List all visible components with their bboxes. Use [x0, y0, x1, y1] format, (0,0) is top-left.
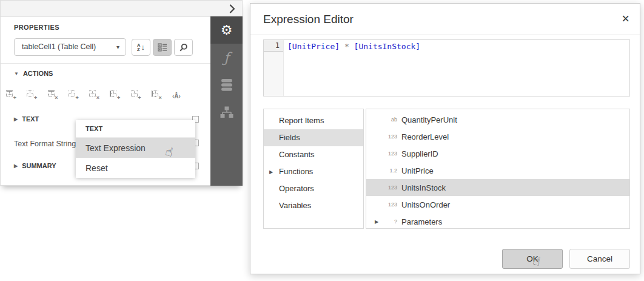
caret-right-icon: ▶	[14, 163, 18, 169]
sort-properties-button[interactable]: A Z ↓	[132, 39, 150, 56]
properties-title: PROPERTIES	[14, 24, 59, 31]
category-functions[interactable]: ▶Functions	[264, 163, 363, 180]
integer-type-icon: 123	[383, 185, 397, 191]
properties-panel: PROPERTIES tableCell1 (Table Cell) ▾ A Z…	[0, 0, 243, 186]
menu-item-reset[interactable]: Reset	[76, 158, 195, 178]
field-unitsonorder[interactable]: 123 UnitsOnOrder	[366, 196, 629, 213]
dock-tab-strip: ⚙ ƒ	[210, 16, 243, 186]
text-context-menu: TEXT Text Expression Reset	[76, 120, 195, 178]
category-operators[interactable]: Operators	[264, 180, 363, 197]
insert-column-right-icon[interactable]: +	[131, 90, 140, 99]
tab-field-list[interactable]	[210, 71, 243, 98]
expression-field-2: [UnitsInStock]	[354, 42, 421, 51]
expression-text[interactable]: [UnitPrice] * [UnitsInStock]	[284, 40, 629, 96]
parameter-type-icon: ?	[383, 218, 397, 225]
context-menu-header: TEXT	[76, 120, 195, 138]
integer-type-icon: 123	[383, 151, 397, 157]
decimal-type-icon: 1.2	[383, 168, 397, 174]
search-icon	[179, 43, 188, 52]
selected-control-dropdown[interactable]: tableCell1 (Table Cell) ▾	[14, 38, 126, 56]
dialog-header: Expression Editor ×	[250, 4, 640, 35]
delete-row-icon[interactable]: ×	[48, 90, 57, 99]
insert-row-above-icon[interactable]: +	[6, 90, 15, 99]
sort-arrow-down: ↓	[141, 44, 145, 51]
cancel-button[interactable]: Cancel	[569, 249, 630, 269]
property-grid-view-button[interactable]	[153, 39, 172, 56]
summary-section-header[interactable]: ▶SUMMARY	[14, 162, 56, 169]
gear-icon: ⚙	[221, 24, 233, 37]
integer-type-icon: 123	[383, 201, 397, 208]
line-number: 1	[264, 40, 283, 52]
function-icon: ƒ	[224, 50, 229, 66]
text-section-header[interactable]: ▶TEXT	[14, 115, 39, 123]
chevron-down-icon: ▾	[116, 39, 119, 55]
sort-letter-z: Z	[137, 47, 140, 52]
text-format-string-label: Text Format String	[14, 140, 76, 148]
insert-column-left-icon[interactable]: +	[110, 90, 119, 99]
auto-width-icon[interactable]: ‹Â›	[172, 90, 186, 99]
field-reorderlevel[interactable]: 123 ReorderLevel	[366, 128, 629, 145]
insert-cell-icon[interactable]: +	[69, 90, 78, 99]
panel-topbar	[1, 1, 242, 17]
expression-operator: *	[340, 42, 354, 51]
tab-report-explorer[interactable]	[210, 98, 243, 126]
delete-column-icon[interactable]: ×	[152, 90, 161, 99]
collapse-panel-icon[interactable]	[229, 4, 235, 16]
category-constants[interactable]: Constants	[264, 146, 363, 163]
database-icon	[221, 78, 233, 92]
field-parameters[interactable]: ▶ ? Parameters	[366, 213, 629, 230]
field-unitprice[interactable]: 1.2 UnitPrice	[366, 162, 629, 179]
caret-down-icon: ▼	[14, 71, 19, 76]
tree-icon	[220, 106, 233, 118]
string-type-icon: ab	[383, 117, 397, 123]
caret-right-icon: ▶	[14, 117, 18, 122]
category-fields[interactable]: Fields	[264, 129, 363, 146]
field-quantityperunit[interactable]: ab QuantityPerUnit	[366, 111, 629, 128]
expression-editor-dialog: Expression Editor × 1 [UnitPrice] * [Uni…	[250, 3, 640, 274]
text-section-title: TEXT	[22, 115, 39, 123]
menu-item-text-expression[interactable]: Text Expression	[76, 138, 195, 158]
screen: PROPERTIES tableCell1 (Table Cell) ▾ A Z…	[0, 0, 644, 281]
summary-section-title: SUMMARY	[22, 162, 56, 169]
dialog-title: Expression Editor	[263, 4, 354, 35]
search-properties-button[interactable]	[174, 39, 193, 56]
actions-title: ACTIONS	[23, 70, 53, 77]
property-grid-icon	[158, 43, 167, 52]
category-variables[interactable]: Variables	[264, 197, 363, 214]
actions-section-header[interactable]: ▼ACTIONS	[14, 70, 53, 77]
sort-az-icon: A Z ↓	[137, 43, 145, 52]
tab-properties[interactable]: ⚙	[210, 16, 243, 44]
close-icon[interactable]: ×	[622, 4, 629, 34]
integer-type-icon: 123	[383, 134, 397, 140]
table-actions-toolbar: + + × + × + + × ‹Â›	[6, 90, 186, 99]
caret-right-icon[interactable]: ▶	[375, 219, 383, 225]
caret-right-icon[interactable]: ▶	[269, 164, 273, 181]
expression-code-editor[interactable]: 1 [UnitPrice] * [UnitsInStock]	[263, 39, 630, 96]
field-unitsinstock[interactable]: 123 UnitsInStock	[366, 179, 629, 196]
delete-cell-icon[interactable]: ×	[89, 90, 98, 99]
category-report-items[interactable]: Report Items	[264, 112, 363, 129]
tab-expressions[interactable]: ƒ	[210, 44, 243, 71]
field-list: ab QuantityPerUnit 123 ReorderLevel 123 …	[366, 109, 630, 229]
divider	[1, 63, 211, 64]
field-supplierid[interactable]: 123 SupplierID	[366, 145, 629, 162]
expression-field-1: [UnitPrice]	[287, 42, 340, 51]
category-list: Report Items Fields Constants ▶Functions…	[263, 109, 364, 229]
selected-control-value: tableCell1 (Table Cell)	[22, 42, 96, 51]
insert-row-below-icon[interactable]: +	[27, 90, 36, 99]
editor-gutter: 1	[264, 40, 284, 96]
